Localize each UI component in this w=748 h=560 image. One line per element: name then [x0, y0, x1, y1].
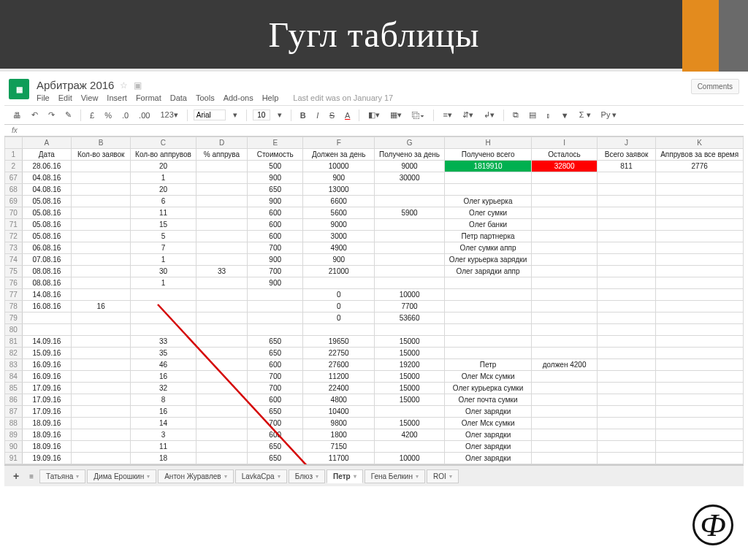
cell[interactable]: 10000	[303, 161, 375, 172]
cell[interactable]: Олег Мск сумки	[444, 418, 532, 429]
cell[interactable]: 900	[248, 277, 303, 289]
cell[interactable]: 0	[303, 301, 375, 312]
cell[interactable]	[196, 453, 248, 464]
col-header-K[interactable]: K	[656, 137, 744, 149]
row-num[interactable]: 1	[5, 149, 23, 161]
cell[interactable]: 06.08.16	[22, 242, 72, 254]
cell[interactable]	[597, 371, 656, 383]
cell[interactable]	[72, 266, 131, 277]
sheets-logo-icon[interactable]: ▦	[9, 79, 29, 99]
cell[interactable]	[72, 453, 131, 464]
cell[interactable]	[597, 301, 656, 312]
header-cell[interactable]: Стоимость	[248, 149, 303, 161]
sheet-tab[interactable]: Татьяна▾	[39, 469, 85, 483]
cell[interactable]	[72, 231, 131, 242]
strike-icon[interactable]: S	[327, 110, 337, 121]
formula-bar[interactable]: fx	[4, 125, 744, 137]
tab-dropdown-icon[interactable]: ▾	[316, 473, 318, 480]
cell[interactable]: 11	[131, 441, 196, 453]
cell[interactable]: Олег зарядки	[444, 441, 532, 453]
menu-insert[interactable]: Insert	[107, 93, 127, 102]
cell[interactable]	[72, 196, 131, 207]
row-num[interactable]: 76	[5, 277, 23, 289]
row-num[interactable]: 72	[5, 231, 23, 242]
header-cell[interactable]: % аппрува	[196, 149, 248, 161]
cell[interactable]: Олег зарядки	[444, 429, 532, 441]
cell[interactable]: 650	[248, 406, 303, 418]
cell[interactable]	[532, 383, 597, 394]
cell[interactable]	[597, 277, 656, 289]
cell[interactable]	[532, 266, 597, 277]
cell[interactable]: 05.08.16	[22, 196, 72, 207]
cell[interactable]: 900	[248, 196, 303, 207]
cell[interactable]	[656, 266, 744, 277]
cell[interactable]: 05.08.16	[22, 219, 72, 231]
sheet-tab[interactable]: Блюз▾	[289, 469, 325, 483]
cell[interactable]: 7150	[303, 441, 375, 453]
folder-icon[interactable]: ▣	[134, 80, 142, 91]
cell[interactable]	[597, 394, 656, 406]
cell[interactable]: 15000	[375, 371, 445, 383]
cell[interactable]	[72, 418, 131, 429]
paint-format-icon[interactable]: ✎	[62, 109, 75, 121]
header-cell[interactable]: Получено всего	[444, 149, 532, 161]
cell[interactable]	[444, 184, 532, 196]
cell[interactable]: 15000	[375, 383, 445, 394]
cell[interactable]	[131, 312, 196, 324]
cell[interactable]	[597, 266, 656, 277]
cell[interactable]	[597, 383, 656, 394]
cell[interactable]	[532, 394, 597, 406]
cell[interactable]: 46	[131, 359, 196, 371]
cell[interactable]: 28.06.16	[22, 161, 72, 172]
cell[interactable]	[444, 289, 532, 301]
cell[interactable]	[303, 277, 375, 289]
cell[interactable]: 32	[131, 383, 196, 394]
row-num[interactable]: 68	[5, 184, 23, 196]
col-header-E[interactable]: E	[248, 137, 303, 149]
cell[interactable]: Олег зарядки	[444, 453, 532, 464]
cell[interactable]	[532, 219, 597, 231]
cell[interactable]	[375, 242, 445, 254]
cell[interactable]	[597, 324, 656, 336]
cell[interactable]: 4200	[375, 429, 445, 441]
row-num[interactable]: 90	[5, 441, 23, 453]
cell[interactable]	[532, 254, 597, 266]
header-cell[interactable]: Должен за день	[303, 149, 375, 161]
cyrillic-icon[interactable]: Ру ▾	[598, 109, 620, 121]
cell[interactable]: 08.08.16	[22, 277, 72, 289]
cell[interactable]	[444, 324, 532, 336]
cell[interactable]	[375, 184, 445, 196]
cell[interactable]: 600	[248, 231, 303, 242]
cell[interactable]	[532, 324, 597, 336]
cell[interactable]: 16.09.16	[22, 371, 72, 383]
col-header-J[interactable]: J	[597, 137, 656, 149]
cell[interactable]	[72, 336, 131, 348]
cell[interactable]	[72, 394, 131, 406]
all-sheets-button[interactable]: ≡	[25, 471, 38, 482]
cell[interactable]: 16	[131, 406, 196, 418]
cell[interactable]: 10400	[303, 406, 375, 418]
cell[interactable]: 16	[72, 301, 131, 312]
cell[interactable]	[656, 289, 744, 301]
cell[interactable]: 16.08.16	[22, 301, 72, 312]
cell[interactable]: 9800	[303, 418, 375, 429]
cell[interactable]	[532, 336, 597, 348]
cell[interactable]	[656, 406, 744, 418]
cell[interactable]	[597, 441, 656, 453]
cell[interactable]: 18.09.16	[22, 418, 72, 429]
halign-icon[interactable]: ≡▾	[440, 109, 454, 121]
cell[interactable]	[656, 231, 744, 242]
cell[interactable]	[656, 383, 744, 394]
cell[interactable]	[597, 429, 656, 441]
cell[interactable]	[656, 277, 744, 289]
cell[interactable]	[656, 418, 744, 429]
cell[interactable]	[196, 242, 248, 254]
valign-icon[interactable]: ⇵▾	[459, 109, 476, 121]
tab-dropdown-icon[interactable]: ▾	[449, 473, 452, 480]
cell[interactable]: 600	[248, 207, 303, 219]
cell[interactable]	[444, 348, 532, 359]
cell[interactable]	[196, 406, 248, 418]
tab-dropdown-icon[interactable]: ▾	[76, 473, 79, 480]
cell[interactable]	[656, 219, 744, 231]
cell[interactable]	[22, 324, 72, 336]
